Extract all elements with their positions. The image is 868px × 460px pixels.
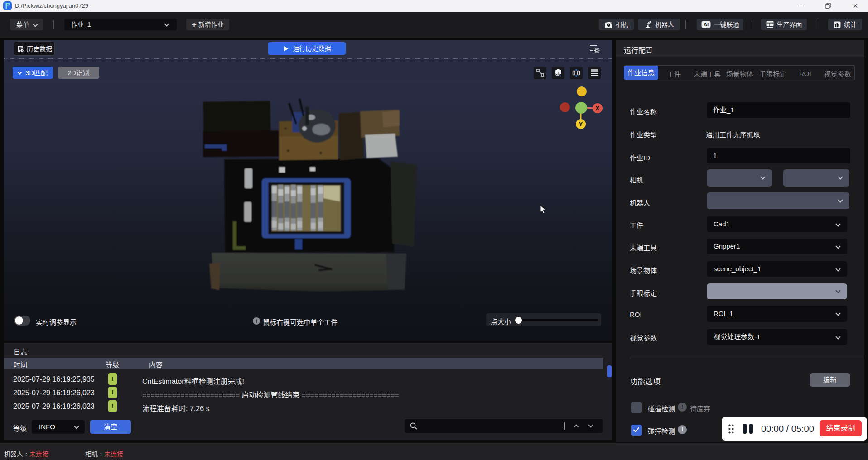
svg-text:Y: Y: [579, 120, 583, 128]
svg-text:X: X: [595, 105, 600, 112]
svg-text:AI: AI: [703, 22, 709, 27]
